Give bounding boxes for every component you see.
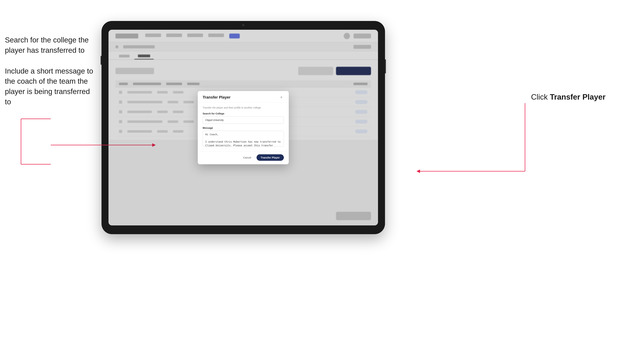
tablet-device: Transfer Player × Transfer the player an… xyxy=(102,21,385,234)
cancel-button[interactable]: Cancel xyxy=(240,155,254,161)
annotation-message-text: Include a short message to the coach of … xyxy=(5,66,96,107)
college-input[interactable] xyxy=(203,116,284,124)
annotation-transfer-player-label: Transfer Player xyxy=(550,93,606,101)
tablet-power-button xyxy=(385,59,386,73)
modal-subtitle: Transfer the player and their profile to… xyxy=(203,106,284,109)
annotation-click-label: Click xyxy=(531,93,548,101)
modal-title: Transfer Player xyxy=(203,95,230,100)
transfer-player-modal: Transfer Player × Transfer the player an… xyxy=(198,91,289,164)
annotation-left: Search for the college the player has tr… xyxy=(5,35,96,118)
svg-marker-7 xyxy=(416,170,420,173)
tablet-volume-button xyxy=(100,56,102,65)
modal-footer: Cancel Transfer Player xyxy=(198,151,289,164)
tablet-screen: Transfer Player × Transfer the player an… xyxy=(108,30,378,225)
annotation-right: Click Transfer Player xyxy=(531,93,606,101)
college-label: Search for College xyxy=(203,112,284,115)
message-textarea[interactable]: Hi Coach, I understand Chris Robertson h… xyxy=(203,131,284,147)
tablet-camera xyxy=(242,24,244,26)
modal-body: Transfer the player and their profile to… xyxy=(198,103,289,151)
message-label: Message xyxy=(203,127,284,129)
annotation-search-text: Search for the college the player has tr… xyxy=(5,35,96,56)
transfer-player-button[interactable]: Transfer Player xyxy=(256,154,284,161)
modal-close-button[interactable]: × xyxy=(279,95,284,100)
modal-overlay: Transfer Player × Transfer the player an… xyxy=(108,30,378,225)
modal-header: Transfer Player × xyxy=(198,91,289,103)
